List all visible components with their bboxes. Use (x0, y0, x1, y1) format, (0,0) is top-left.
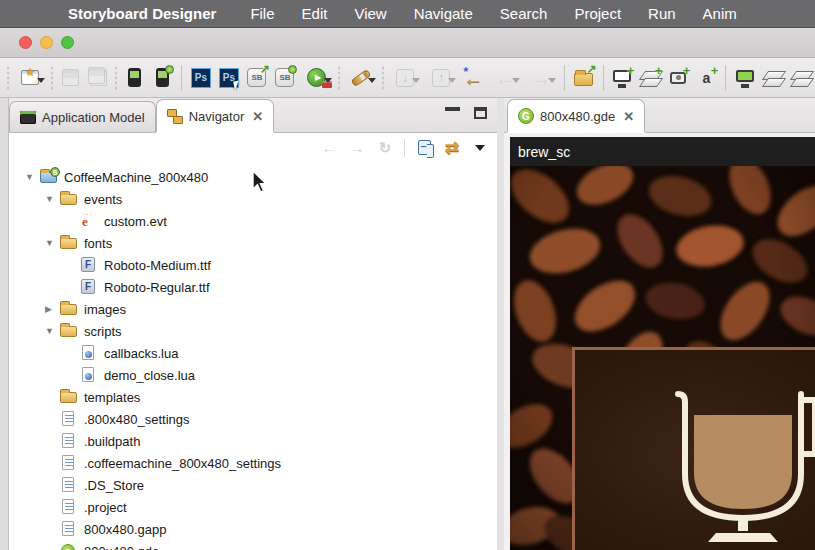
tree-row-custom-evt[interactable]: ···ecustom.evt (9, 210, 497, 232)
back-to-last-edit-button[interactable]: ←★ (460, 64, 486, 92)
toolbar-drag-handle[interactable] (337, 66, 341, 90)
tab-gde-editor[interactable]: G 800x480.gde ✕ (507, 99, 645, 132)
gde-canvas[interactable]: brew_sc (510, 137, 815, 550)
toolbar-drag-handle[interactable] (381, 66, 385, 90)
new-wizard-button[interactable]: ★ (13, 64, 47, 92)
simulator-button[interactable] (121, 64, 147, 92)
tree-item-label: CoffeeMachine_800x480 (63, 170, 208, 185)
add-screen-button[interactable]: + (609, 64, 635, 92)
tree-item-label: Roboto-Medium.ttf (103, 258, 211, 273)
photoshop-reimport-button[interactable]: Ps (216, 64, 242, 92)
tree-item-label: callbacks.lua (103, 346, 178, 361)
expander-expanded-icon[interactable]: ▼ (45, 326, 60, 336)
open-project-button[interactable]: ↗ (571, 64, 597, 92)
nav-forward-icon[interactable]: → (346, 138, 368, 158)
tree-row--800x480-settings[interactable]: .800x480_settings (9, 408, 497, 430)
run-simulator-button[interactable]: ▶ (300, 64, 334, 92)
dropdown-arrow-icon[interactable] (324, 78, 332, 83)
tree-row-images[interactable]: ▶images (9, 298, 497, 320)
tree-row-800x480-gapp[interactable]: 800x480.gapp (9, 518, 497, 540)
expander-expanded-icon[interactable]: ▼ (25, 172, 40, 182)
link-with-editor-icon[interactable]: ⇄ (441, 138, 463, 158)
dropdown-arrow-icon[interactable] (368, 78, 376, 83)
export-button[interactable]: ↓ (388, 64, 422, 92)
screen-name-bar: brew_sc (510, 137, 815, 166)
tree-row-scripts[interactable]: ▼scripts (9, 320, 497, 342)
nav-up-icon[interactable]: ↻ (374, 138, 396, 158)
tree-row--ds-store[interactable]: .DS_Store (9, 474, 497, 496)
layers-view-button[interactable] (760, 64, 786, 92)
add-control-button[interactable]: + (665, 64, 691, 92)
menu-view[interactable]: View (354, 5, 386, 22)
menu-project[interactable]: Project (574, 5, 621, 22)
expander-expanded-icon[interactable]: ▼ (45, 238, 60, 248)
close-window-button[interactable] (19, 36, 32, 49)
nav-back-icon[interactable]: ← (318, 138, 340, 158)
tree-row-800x480-gde[interactable]: G800x480.gde (9, 540, 497, 550)
main-toolbar: ★PsPsSB↗SB▶↓↑←★←→↗+++a+ (0, 58, 815, 98)
nav-forward-button[interactable]: → (524, 64, 558, 92)
tree-row-fonts[interactable]: ▼fonts (9, 232, 497, 254)
photoshop-import-button[interactable]: Ps (188, 64, 214, 92)
tree-item-label: events (83, 192, 122, 207)
menu-edit[interactable]: Edit (302, 5, 328, 22)
brew-screen-canvas[interactable] (510, 166, 815, 550)
screen-name-label: brew_sc (518, 144, 570, 160)
menu-file[interactable]: File (250, 5, 274, 22)
tree-row--project[interactable]: .project (9, 496, 497, 518)
dropdown-arrow-icon[interactable] (548, 78, 556, 83)
tree-row--coffeemachine-800x480-settings[interactable]: .coffeemachine_800x480_settings (9, 452, 497, 474)
panel-sash[interactable] (497, 98, 504, 550)
zoom-window-button[interactable] (61, 36, 74, 49)
tree-item-label: custom.evt (103, 214, 167, 229)
text-plus-icon: a (703, 70, 711, 86)
tree-row-roboto-medium-ttf[interactable]: FRoboto-Medium.ttf (9, 254, 497, 276)
left-tab-row: Application Model Navigator ✕ (9, 98, 497, 133)
save-button[interactable] (57, 64, 83, 92)
close-tab-icon[interactable]: ✕ (623, 109, 634, 124)
app-menu-title[interactable]: Storyboard Designer (68, 5, 216, 22)
dropdown-arrow-icon[interactable] (412, 78, 420, 83)
menu-navigate[interactable]: Navigate (414, 5, 473, 22)
tree-row-demo-close-lua[interactable]: demo_close.lua (9, 364, 497, 386)
toolbar-drag-handle[interactable] (6, 66, 10, 90)
tree-row-callbacks-lua[interactable]: callbacks.lua (9, 342, 497, 364)
simulator-settings-button[interactable] (149, 64, 175, 92)
expander-expanded-icon[interactable]: ▼ (45, 194, 60, 204)
storyboard-export-settings-button[interactable]: SB (272, 64, 298, 92)
close-tab-icon[interactable]: ✕ (252, 109, 263, 124)
apple-menu-icon[interactable] (30, 6, 46, 22)
menu-run[interactable]: Run (648, 5, 676, 22)
annotation-pen-button[interactable] (344, 64, 378, 92)
tree-item-label: 800x480.gapp (83, 522, 166, 537)
tab-navigator[interactable]: Navigator ✕ (156, 99, 275, 132)
layers-view-2-button[interactable] (788, 64, 814, 92)
save-all-button[interactable] (85, 64, 111, 92)
toolbar-drag-handle[interactable] (50, 66, 54, 90)
view-menu-icon[interactable] (469, 138, 491, 158)
menu-animation[interactable]: Anim (703, 5, 737, 22)
tree-row-roboto-regular-ttf[interactable]: FRoboto-Regular.ttf (9, 276, 497, 298)
import-button[interactable]: ↑ (424, 64, 458, 92)
brew-settings-panel[interactable] (572, 347, 815, 550)
dropdown-arrow-icon[interactable] (37, 78, 45, 83)
expander-collapsed-icon[interactable]: ▶ (45, 304, 60, 314)
toolbar-drag-handle[interactable] (114, 66, 118, 90)
collapse-all-icon[interactable] (413, 138, 435, 158)
macos-menu-bar: Storyboard Designer File Edit View Navig… (0, 0, 815, 28)
dropdown-arrow-icon[interactable] (512, 78, 520, 83)
menu-search[interactable]: Search (500, 5, 548, 22)
tree-row-templates[interactable]: templates (9, 386, 497, 408)
minimize-view-button[interactable] (445, 107, 460, 118)
tree-row--buildpath[interactable]: .buildpath (9, 430, 497, 452)
minimize-window-button[interactable] (40, 36, 53, 49)
storyboard-export-button[interactable]: SB↗ (244, 64, 270, 92)
nav-back-button[interactable]: ← (488, 64, 522, 92)
tab-application-model[interactable]: Application Model (9, 101, 156, 132)
add-layer-button[interactable]: + (637, 64, 663, 92)
screens-view-button[interactable] (732, 64, 758, 92)
maximize-view-button[interactable] (474, 107, 487, 119)
toolbar-separator (725, 65, 726, 91)
add-text-button[interactable]: a+ (693, 64, 719, 92)
dropdown-arrow-icon[interactable] (448, 78, 456, 83)
